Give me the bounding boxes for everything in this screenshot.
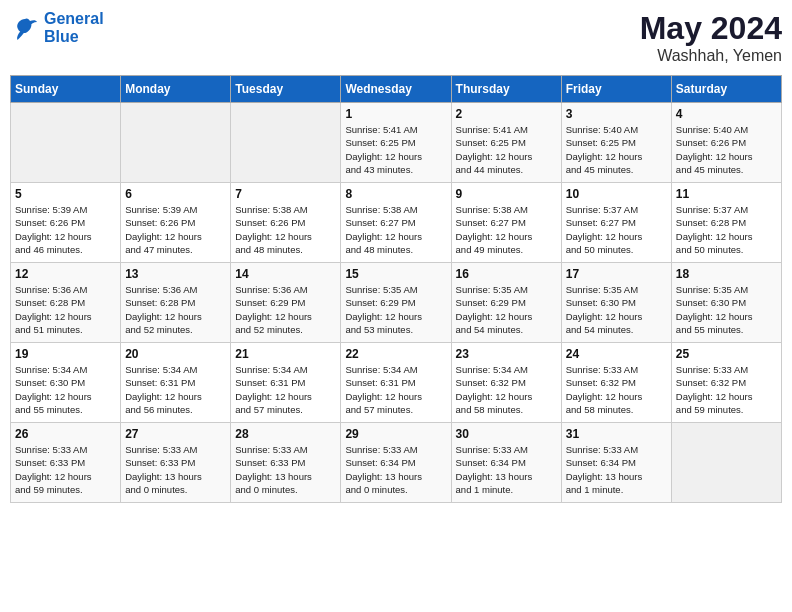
logo-text: General Blue [44,10,104,46]
calendar-week-row: 19Sunrise: 5:34 AM Sunset: 6:30 PM Dayli… [11,343,782,423]
calendar-cell: 31Sunrise: 5:33 AM Sunset: 6:34 PM Dayli… [561,423,671,503]
day-info: Sunrise: 5:39 AM Sunset: 6:26 PM Dayligh… [15,203,116,256]
weekday-header-monday: Monday [121,76,231,103]
day-info: Sunrise: 5:40 AM Sunset: 6:26 PM Dayligh… [676,123,777,176]
day-number: 27 [125,427,226,441]
day-number: 18 [676,267,777,281]
calendar-week-row: 5Sunrise: 5:39 AM Sunset: 6:26 PM Daylig… [11,183,782,263]
day-info: Sunrise: 5:34 AM Sunset: 6:30 PM Dayligh… [15,363,116,416]
calendar-cell [231,103,341,183]
logo-icon [10,13,40,43]
weekday-header-wednesday: Wednesday [341,76,451,103]
calendar-cell: 28Sunrise: 5:33 AM Sunset: 6:33 PM Dayli… [231,423,341,503]
day-number: 25 [676,347,777,361]
calendar-cell: 27Sunrise: 5:33 AM Sunset: 6:33 PM Dayli… [121,423,231,503]
day-number: 22 [345,347,446,361]
day-info: Sunrise: 5:33 AM Sunset: 6:33 PM Dayligh… [235,443,336,496]
day-number: 12 [15,267,116,281]
day-number: 20 [125,347,226,361]
calendar-cell: 18Sunrise: 5:35 AM Sunset: 6:30 PM Dayli… [671,263,781,343]
day-number: 7 [235,187,336,201]
calendar-cell: 15Sunrise: 5:35 AM Sunset: 6:29 PM Dayli… [341,263,451,343]
day-number: 6 [125,187,226,201]
day-info: Sunrise: 5:34 AM Sunset: 6:32 PM Dayligh… [456,363,557,416]
day-number: 14 [235,267,336,281]
calendar-cell: 13Sunrise: 5:36 AM Sunset: 6:28 PM Dayli… [121,263,231,343]
calendar-week-row: 26Sunrise: 5:33 AM Sunset: 6:33 PM Dayli… [11,423,782,503]
day-number: 11 [676,187,777,201]
day-info: Sunrise: 5:33 AM Sunset: 6:33 PM Dayligh… [125,443,226,496]
day-number: 13 [125,267,226,281]
day-info: Sunrise: 5:33 AM Sunset: 6:34 PM Dayligh… [566,443,667,496]
calendar-cell: 11Sunrise: 5:37 AM Sunset: 6:28 PM Dayli… [671,183,781,263]
calendar-cell: 21Sunrise: 5:34 AM Sunset: 6:31 PM Dayli… [231,343,341,423]
calendar-cell: 3Sunrise: 5:40 AM Sunset: 6:25 PM Daylig… [561,103,671,183]
calendar-cell: 10Sunrise: 5:37 AM Sunset: 6:27 PM Dayli… [561,183,671,263]
day-info: Sunrise: 5:36 AM Sunset: 6:29 PM Dayligh… [235,283,336,336]
calendar-week-row: 12Sunrise: 5:36 AM Sunset: 6:28 PM Dayli… [11,263,782,343]
day-number: 5 [15,187,116,201]
calendar-week-row: 1Sunrise: 5:41 AM Sunset: 6:25 PM Daylig… [11,103,782,183]
day-info: Sunrise: 5:36 AM Sunset: 6:28 PM Dayligh… [125,283,226,336]
calendar-body: 1Sunrise: 5:41 AM Sunset: 6:25 PM Daylig… [11,103,782,503]
calendar-cell: 30Sunrise: 5:33 AM Sunset: 6:34 PM Dayli… [451,423,561,503]
day-info: Sunrise: 5:33 AM Sunset: 6:34 PM Dayligh… [345,443,446,496]
calendar-cell: 19Sunrise: 5:34 AM Sunset: 6:30 PM Dayli… [11,343,121,423]
day-info: Sunrise: 5:38 AM Sunset: 6:26 PM Dayligh… [235,203,336,256]
day-number: 23 [456,347,557,361]
day-number: 30 [456,427,557,441]
day-info: Sunrise: 5:37 AM Sunset: 6:27 PM Dayligh… [566,203,667,256]
calendar-cell [121,103,231,183]
calendar-header: SundayMondayTuesdayWednesdayThursdayFrid… [11,76,782,103]
logo: General Blue [10,10,104,46]
calendar-cell: 24Sunrise: 5:33 AM Sunset: 6:32 PM Dayli… [561,343,671,423]
weekday-header-sunday: Sunday [11,76,121,103]
calendar-cell: 8Sunrise: 5:38 AM Sunset: 6:27 PM Daylig… [341,183,451,263]
day-number: 8 [345,187,446,201]
day-info: Sunrise: 5:41 AM Sunset: 6:25 PM Dayligh… [345,123,446,176]
calendar-cell [671,423,781,503]
calendar-cell: 14Sunrise: 5:36 AM Sunset: 6:29 PM Dayli… [231,263,341,343]
calendar-cell: 20Sunrise: 5:34 AM Sunset: 6:31 PM Dayli… [121,343,231,423]
day-number: 28 [235,427,336,441]
weekday-header-row: SundayMondayTuesdayWednesdayThursdayFrid… [11,76,782,103]
calendar-table: SundayMondayTuesdayWednesdayThursdayFrid… [10,75,782,503]
day-number: 3 [566,107,667,121]
calendar-cell: 16Sunrise: 5:35 AM Sunset: 6:29 PM Dayli… [451,263,561,343]
day-info: Sunrise: 5:33 AM Sunset: 6:32 PM Dayligh… [676,363,777,416]
day-number: 29 [345,427,446,441]
day-number: 16 [456,267,557,281]
calendar-cell [11,103,121,183]
day-info: Sunrise: 5:35 AM Sunset: 6:29 PM Dayligh… [345,283,446,336]
day-info: Sunrise: 5:34 AM Sunset: 6:31 PM Dayligh… [125,363,226,416]
day-info: Sunrise: 5:33 AM Sunset: 6:33 PM Dayligh… [15,443,116,496]
page-header: General Blue May 2024 Washhah, Yemen [10,10,782,65]
calendar-cell: 26Sunrise: 5:33 AM Sunset: 6:33 PM Dayli… [11,423,121,503]
day-info: Sunrise: 5:35 AM Sunset: 6:30 PM Dayligh… [676,283,777,336]
day-info: Sunrise: 5:34 AM Sunset: 6:31 PM Dayligh… [345,363,446,416]
day-info: Sunrise: 5:34 AM Sunset: 6:31 PM Dayligh… [235,363,336,416]
day-number: 1 [345,107,446,121]
day-number: 24 [566,347,667,361]
calendar-cell: 9Sunrise: 5:38 AM Sunset: 6:27 PM Daylig… [451,183,561,263]
calendar-cell: 25Sunrise: 5:33 AM Sunset: 6:32 PM Dayli… [671,343,781,423]
calendar-cell: 7Sunrise: 5:38 AM Sunset: 6:26 PM Daylig… [231,183,341,263]
month-year-title: May 2024 [640,10,782,47]
day-info: Sunrise: 5:39 AM Sunset: 6:26 PM Dayligh… [125,203,226,256]
calendar-cell: 22Sunrise: 5:34 AM Sunset: 6:31 PM Dayli… [341,343,451,423]
day-info: Sunrise: 5:38 AM Sunset: 6:27 PM Dayligh… [345,203,446,256]
day-number: 31 [566,427,667,441]
calendar-cell: 4Sunrise: 5:40 AM Sunset: 6:26 PM Daylig… [671,103,781,183]
day-number: 9 [456,187,557,201]
weekday-header-saturday: Saturday [671,76,781,103]
day-info: Sunrise: 5:41 AM Sunset: 6:25 PM Dayligh… [456,123,557,176]
day-number: 4 [676,107,777,121]
calendar-cell: 12Sunrise: 5:36 AM Sunset: 6:28 PM Dayli… [11,263,121,343]
day-info: Sunrise: 5:37 AM Sunset: 6:28 PM Dayligh… [676,203,777,256]
title-block: May 2024 Washhah, Yemen [640,10,782,65]
weekday-header-tuesday: Tuesday [231,76,341,103]
day-info: Sunrise: 5:33 AM Sunset: 6:32 PM Dayligh… [566,363,667,416]
day-number: 26 [15,427,116,441]
calendar-cell: 17Sunrise: 5:35 AM Sunset: 6:30 PM Dayli… [561,263,671,343]
day-info: Sunrise: 5:33 AM Sunset: 6:34 PM Dayligh… [456,443,557,496]
